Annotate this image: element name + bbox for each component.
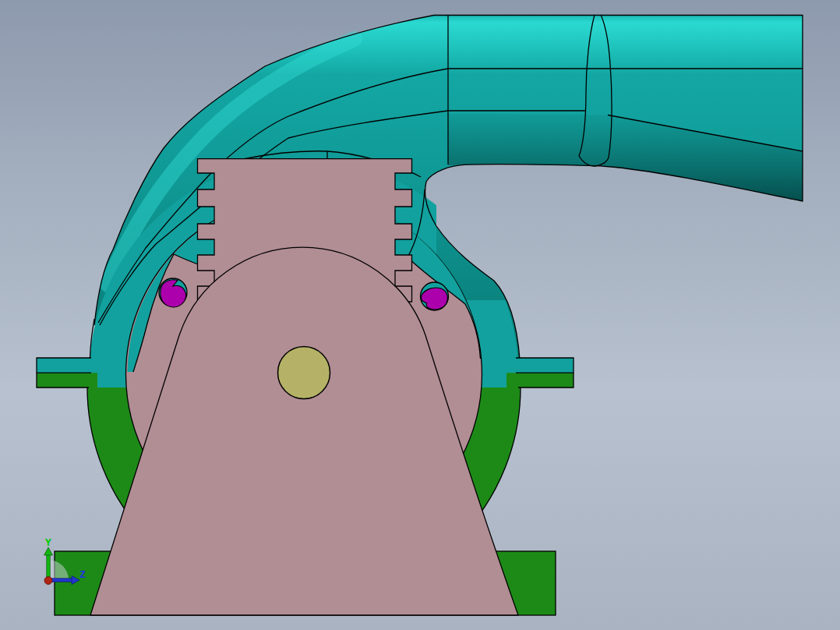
bolt-hole-right[interactable] — [421, 282, 449, 310]
split-flange-left[interactable] — [37, 358, 97, 388]
y-axis-label: Y — [45, 536, 51, 548]
shaft-end[interactable] — [278, 347, 330, 399]
origin-marker — [44, 577, 52, 585]
split-flange-right[interactable] — [506, 358, 574, 388]
cad-viewport[interactable]: Y Z — [0, 0, 840, 630]
bolt-hole-left[interactable] — [159, 278, 187, 307]
model-canvas[interactable]: Y Z — [0, 0, 840, 630]
z-axis-label: Z — [79, 568, 86, 580]
